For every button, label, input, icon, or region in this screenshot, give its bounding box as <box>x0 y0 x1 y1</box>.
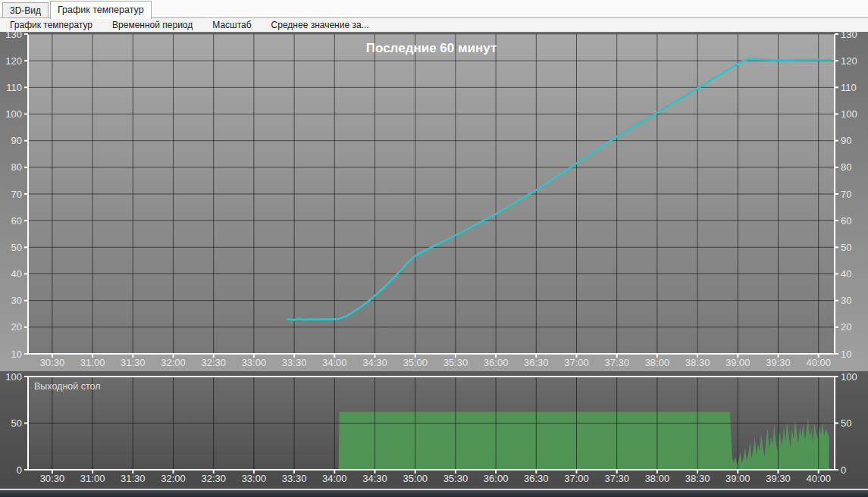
svg-text:31:30: 31:30 <box>121 357 146 368</box>
menu-item-1[interactable]: Временной период <box>102 18 202 32</box>
tab-3d-view[interactable]: 3D-Вид <box>2 2 49 17</box>
svg-text:39:00: 39:00 <box>725 473 750 484</box>
menu-item-3[interactable]: Среднее значение за... <box>262 18 379 32</box>
svg-text:36:30: 36:30 <box>524 473 549 484</box>
svg-text:120: 120 <box>5 55 22 67</box>
application-window: 3D-ВидГрафик температур График температу… <box>0 0 868 497</box>
svg-text:31:30: 31:30 <box>121 473 146 484</box>
svg-text:60: 60 <box>841 215 851 227</box>
svg-text:40:00: 40:00 <box>806 473 831 484</box>
svg-text:32:30: 32:30 <box>201 473 226 484</box>
svg-text:30:30: 30:30 <box>40 357 65 368</box>
svg-text:90: 90 <box>11 135 22 146</box>
svg-text:130: 130 <box>5 32 22 40</box>
series-label: Выходной стол <box>34 381 101 392</box>
temperature-chart-canvas[interactable]: 1010202030304040505060607070808090901001… <box>0 32 868 371</box>
svg-text:130: 130 <box>841 32 857 40</box>
svg-text:35:00: 35:00 <box>403 473 428 484</box>
x-axis-labels: 30:3031:0031:3032:0032:3033:0033:3034:00… <box>40 473 831 484</box>
svg-text:39:00: 39:00 <box>725 357 750 368</box>
svg-text:100: 100 <box>841 108 857 120</box>
menu-bar: График температурВременной периодМасштаб… <box>0 18 868 32</box>
temperature-chart[interactable]: 1010202030304040505060607070808090901001… <box>0 32 868 371</box>
svg-text:120: 120 <box>841 55 857 67</box>
svg-text:30: 30 <box>841 295 851 306</box>
svg-text:50: 50 <box>11 242 22 253</box>
svg-text:35:30: 35:30 <box>443 473 468 484</box>
svg-text:20: 20 <box>841 321 851 333</box>
svg-text:40: 40 <box>11 268 22 280</box>
svg-text:80: 80 <box>11 161 22 173</box>
svg-text:40:00: 40:00 <box>806 357 831 368</box>
output-table-chart-canvas[interactable]: 00505010010030:3031:0031:3032:0032:3033:… <box>0 371 868 489</box>
svg-text:100: 100 <box>5 108 22 120</box>
svg-text:33:00: 33:00 <box>242 473 267 484</box>
svg-text:37:00: 37:00 <box>564 473 589 484</box>
svg-text:30: 30 <box>11 295 22 306</box>
svg-text:31:00: 31:00 <box>80 473 105 484</box>
svg-text:39:30: 39:30 <box>766 473 791 484</box>
svg-text:90: 90 <box>841 135 851 146</box>
svg-text:10: 10 <box>841 349 851 360</box>
svg-text:32:30: 32:30 <box>201 357 226 368</box>
chart-title: Последние 60 минут <box>366 41 497 55</box>
tab-bar: 3D-ВидГрафик температур <box>0 0 868 18</box>
svg-text:36:30: 36:30 <box>524 357 549 368</box>
svg-text:38:00: 38:00 <box>645 473 670 484</box>
svg-text:37:00: 37:00 <box>564 357 589 368</box>
svg-text:80: 80 <box>841 161 851 173</box>
svg-text:35:00: 35:00 <box>403 357 428 368</box>
svg-text:33:30: 33:30 <box>282 357 307 368</box>
svg-text:34:30: 34:30 <box>362 357 387 368</box>
svg-text:38:00: 38:00 <box>645 357 670 368</box>
svg-text:32:00: 32:00 <box>161 357 186 368</box>
svg-text:100: 100 <box>5 371 22 383</box>
tab-temperature-graph[interactable]: График температур <box>50 1 152 19</box>
svg-text:110: 110 <box>6 82 22 93</box>
svg-text:0: 0 <box>17 464 22 476</box>
svg-text:10: 10 <box>11 349 22 360</box>
svg-text:38:30: 38:30 <box>685 473 710 484</box>
svg-text:70: 70 <box>841 189 851 200</box>
svg-text:37:30: 37:30 <box>604 473 629 484</box>
svg-text:36:00: 36:00 <box>484 473 509 484</box>
svg-text:33:30: 33:30 <box>282 473 307 484</box>
svg-text:100: 100 <box>841 371 857 383</box>
svg-text:110: 110 <box>841 82 857 93</box>
svg-text:34:00: 34:00 <box>322 357 347 368</box>
svg-text:50: 50 <box>11 417 22 429</box>
x-axis-labels: 30:3031:0031:3032:0032:3033:0033:3034:00… <box>40 357 831 368</box>
svg-text:37:30: 37:30 <box>604 357 629 368</box>
svg-text:32:00: 32:00 <box>161 473 186 484</box>
svg-text:50: 50 <box>841 242 851 253</box>
menu-item-2[interactable]: Масштаб <box>202 18 261 32</box>
svg-text:34:30: 34:30 <box>362 473 387 484</box>
svg-text:35:30: 35:30 <box>443 357 468 368</box>
svg-text:70: 70 <box>11 189 22 200</box>
svg-text:0: 0 <box>841 464 846 476</box>
svg-text:33:00: 33:00 <box>242 357 267 368</box>
window-footer <box>0 489 868 497</box>
svg-text:36:00: 36:00 <box>484 357 509 368</box>
svg-text:39:30: 39:30 <box>766 357 791 368</box>
svg-text:40: 40 <box>841 268 851 280</box>
svg-text:38:30: 38:30 <box>685 357 710 368</box>
svg-text:50: 50 <box>841 417 851 429</box>
output-table-chart[interactable]: 00505010010030:3031:0031:3032:0032:3033:… <box>0 371 868 489</box>
svg-text:60: 60 <box>11 215 22 227</box>
svg-text:20: 20 <box>11 321 22 333</box>
svg-text:34:00: 34:00 <box>322 473 347 484</box>
menu-item-0[interactable]: График температур <box>0 18 102 32</box>
svg-text:30:30: 30:30 <box>40 473 65 484</box>
svg-text:31:00: 31:00 <box>80 357 105 368</box>
